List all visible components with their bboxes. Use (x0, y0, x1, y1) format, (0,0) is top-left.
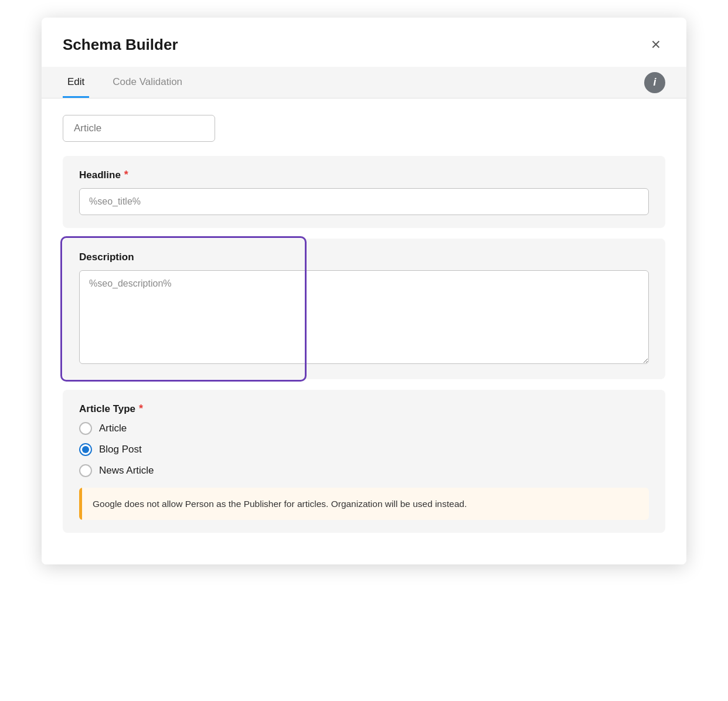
radio-news-article-label: News Article (99, 465, 154, 477)
article-type-required-star: * (139, 403, 143, 415)
modal-header: Schema Builder × (42, 18, 686, 67)
radio-blog-post[interactable] (79, 443, 92, 456)
radio-option-blog-post[interactable]: Blog Post (79, 443, 649, 456)
tab-edit[interactable]: Edit (63, 67, 89, 98)
radio-blog-post-label: Blog Post (99, 444, 142, 455)
notice-text: Google does not allow Person as the Publ… (82, 488, 477, 520)
schema-builder-modal: Schema Builder × Edit Code Validation i … (42, 18, 686, 564)
tab-code-validation[interactable]: Code Validation (108, 67, 187, 98)
headline-input[interactable] (79, 188, 649, 215)
close-button[interactable]: × (647, 34, 665, 55)
info-button[interactable]: i (644, 72, 665, 93)
modal-title: Schema Builder (63, 36, 178, 54)
article-name-input[interactable] (63, 115, 215, 142)
radio-option-news-article[interactable]: News Article (79, 464, 649, 477)
description-textarea[interactable]: %seo_description% (79, 270, 649, 364)
modal-body: Headline * Description %seo_description%… (42, 98, 686, 564)
description-section: Description %seo_description% (63, 239, 665, 379)
tabs-left: Edit Code Validation (63, 67, 206, 98)
radio-article-label: Article (99, 423, 127, 434)
article-type-section: Article Type * Article Blog Post News Ar… (63, 390, 665, 533)
headline-label: Headline * (79, 169, 649, 181)
headline-required-star: * (124, 169, 128, 181)
headline-section: Headline * (63, 156, 665, 228)
article-type-label: Article Type * (79, 403, 649, 415)
radio-article[interactable] (79, 422, 92, 435)
article-type-radio-group: Article Blog Post News Article (79, 422, 649, 477)
radio-news-article[interactable] (79, 464, 92, 477)
description-label: Description (79, 251, 649, 263)
notice-box: Google does not allow Person as the Publ… (79, 488, 649, 520)
tabs-bar: Edit Code Validation i (42, 67, 686, 98)
radio-option-article[interactable]: Article (79, 422, 649, 435)
